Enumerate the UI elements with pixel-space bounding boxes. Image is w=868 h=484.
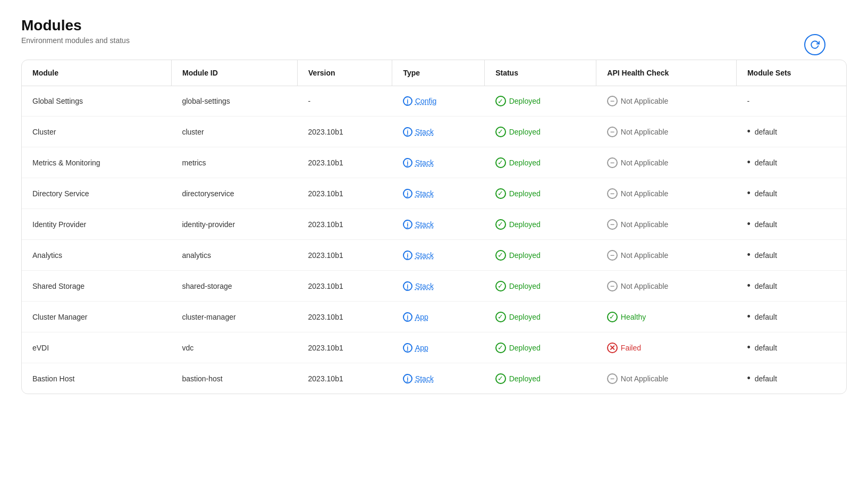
na-icon: − <box>607 219 618 230</box>
health-healthy: ✓ Healthy <box>607 312 646 322</box>
cell-module-sets: • default <box>736 271 846 302</box>
cell-type[interactable]: i Stack <box>392 209 485 240</box>
bullet-icon: • <box>747 342 750 353</box>
module-sets-cell: • default <box>747 373 836 384</box>
cell-version: 2023.10b1 <box>298 332 392 363</box>
failed-icon: ✕ <box>607 343 618 353</box>
cell-status: ✓ Deployed <box>485 178 596 209</box>
cell-status: ✓ Deployed <box>485 147 596 178</box>
health-na: − Not Applicable <box>607 188 669 199</box>
cell-module: Analytics <box>22 240 171 271</box>
module-set-label: default <box>755 158 777 167</box>
page-header: Modules Environment modules and status <box>21 17 847 45</box>
check-icon: ✓ <box>495 219 506 230</box>
na-icon: − <box>607 188 618 199</box>
cell-type[interactable]: i Stack <box>392 363 485 394</box>
check-icon: ✓ <box>495 96 506 106</box>
cell-version: 2023.10b1 <box>298 363 392 394</box>
cell-module-sets: • default <box>736 209 846 240</box>
status-deployed: ✓ Deployed <box>495 373 541 384</box>
module-sets-cell: • default <box>747 280 836 291</box>
info-icon: i <box>403 374 412 383</box>
cell-module: Identity Provider <box>22 209 171 240</box>
bullet-icon: • <box>747 126 750 137</box>
bullet-icon: • <box>747 373 750 384</box>
cell-type[interactable]: i App <box>392 302 485 332</box>
cell-type[interactable]: i Config <box>392 86 485 116</box>
status-deployed: ✓ Deployed <box>495 281 541 291</box>
cell-module: Bastion Host <box>22 363 171 394</box>
module-set-label: default <box>755 282 777 290</box>
cell-module-sets: • default <box>736 178 846 209</box>
status-deployed: ✓ Deployed <box>495 127 541 137</box>
page-subtitle: Environment modules and status <box>21 36 847 45</box>
type-link[interactable]: i Config <box>403 96 436 106</box>
health-na: − Not Applicable <box>607 373 669 384</box>
col-module-id: Module ID <box>171 60 297 86</box>
module-set-label: default <box>755 128 777 136</box>
status-deployed: ✓ Deployed <box>495 96 541 106</box>
cell-health: − Not Applicable <box>596 86 737 116</box>
table-row: Metrics & Monitoring metrics 2023.10b1 i… <box>22 147 846 178</box>
module-set-label: default <box>755 189 777 198</box>
cell-type[interactable]: i App <box>392 332 485 363</box>
type-link[interactable]: i Stack <box>403 158 434 168</box>
cell-health: − Not Applicable <box>596 147 737 178</box>
table-row: Bastion Host bastion-host 2023.10b1 i St… <box>22 363 846 394</box>
table-row: Shared Storage shared-storage 2023.10b1 … <box>22 271 846 302</box>
health-failed: ✕ Failed <box>607 343 641 353</box>
cell-health: − Not Applicable <box>596 240 737 271</box>
cell-module: Directory Service <box>22 178 171 209</box>
health-na: − Not Applicable <box>607 96 669 106</box>
refresh-button[interactable] <box>804 34 825 55</box>
cell-version: 2023.10b1 <box>298 209 392 240</box>
cell-module-sets: • default <box>736 147 846 178</box>
cell-module: Global Settings <box>22 86 171 116</box>
type-link[interactable]: i Stack <box>403 127 434 137</box>
cell-module-sets: • default <box>736 363 846 394</box>
type-link[interactable]: i App <box>403 343 428 353</box>
info-icon: i <box>403 281 412 291</box>
cell-type[interactable]: i Stack <box>392 147 485 178</box>
type-link[interactable]: i Stack <box>403 189 434 198</box>
health-na: − Not Applicable <box>607 157 669 168</box>
health-na: − Not Applicable <box>607 281 669 291</box>
table-header-row: Module Module ID Version Type Status API… <box>22 60 846 86</box>
cell-module-id: identity-provider <box>171 209 297 240</box>
cell-version: - <box>298 86 392 116</box>
table-row: Global Settings global-settings - i Conf… <box>22 86 846 116</box>
status-deployed: ✓ Deployed <box>495 312 541 322</box>
table-row: Directory Service directoryservice 2023.… <box>22 178 846 209</box>
info-icon: i <box>403 312 412 322</box>
cell-type[interactable]: i Stack <box>392 116 485 147</box>
cell-module: Metrics & Monitoring <box>22 147 171 178</box>
page-title: Modules <box>21 17 847 34</box>
check-icon: ✓ <box>495 250 506 261</box>
type-link[interactable]: i Stack <box>403 281 434 291</box>
cell-module-sets: • default <box>736 116 846 147</box>
table-row: Analytics analytics 2023.10b1 i Stack ✓ … <box>22 240 846 271</box>
module-set-label: default <box>755 344 777 352</box>
type-link[interactable]: i Stack <box>403 374 434 383</box>
type-link[interactable]: i App <box>403 312 428 322</box>
cell-type[interactable]: i Stack <box>392 271 485 302</box>
cell-module: Cluster Manager <box>22 302 171 332</box>
type-link[interactable]: i Stack <box>403 251 434 260</box>
cell-type[interactable]: i Stack <box>392 178 485 209</box>
cell-health: − Not Applicable <box>596 116 737 147</box>
module-sets-cell: • default <box>747 157 836 168</box>
cell-status: ✓ Deployed <box>485 240 596 271</box>
type-link[interactable]: i Stack <box>403 220 434 229</box>
col-type: Type <box>392 60 485 86</box>
bullet-icon: • <box>747 280 750 291</box>
na-icon: − <box>607 281 618 291</box>
cell-status: ✓ Deployed <box>485 209 596 240</box>
check-icon: ✓ <box>495 312 506 322</box>
status-deployed: ✓ Deployed <box>495 250 541 261</box>
check-icon: ✓ <box>495 343 506 353</box>
cell-version: 2023.10b1 <box>298 178 392 209</box>
cell-module-id: cluster <box>171 116 297 147</box>
col-module-sets: Module Sets <box>736 60 846 86</box>
cell-type[interactable]: i Stack <box>392 240 485 271</box>
info-icon: i <box>403 127 412 137</box>
